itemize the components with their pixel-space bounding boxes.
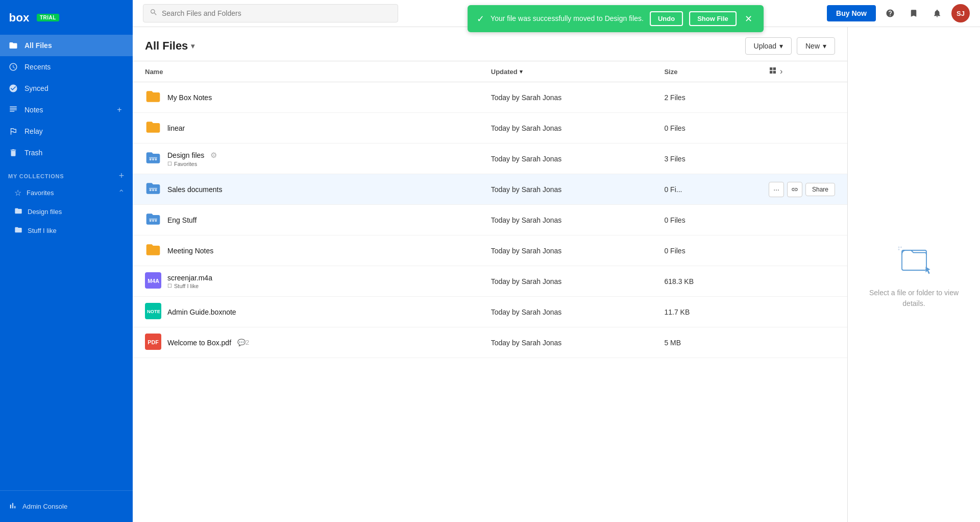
file-updated-cell: Today by Sarah Jonas	[479, 327, 652, 358]
chart-icon	[8, 501, 17, 512]
file-name-text: Admin Guide.boxnote	[167, 308, 236, 316]
table-row[interactable]: NOTE Admin Guide.boxnote Today by Sarah …	[133, 297, 847, 327]
search-input[interactable]	[162, 9, 391, 17]
comment-icon: 💬2	[237, 339, 249, 346]
search-box[interactable]	[143, 4, 398, 22]
file-name-cell: NOTE Admin Guide.boxnote	[133, 297, 479, 327]
page-title[interactable]: All Files ▾	[145, 39, 194, 53]
file-name-text: linear	[167, 124, 185, 132]
table-row[interactable]: linear Today by Sarah Jonas0 Files	[133, 113, 847, 144]
sidebar-item-trash[interactable]: Trash	[0, 142, 133, 163]
svg-marker-23	[925, 267, 930, 274]
sidebar-item-synced[interactable]: Synced	[0, 78, 133, 99]
show-file-button[interactable]: Show File	[689, 11, 737, 26]
sidebar-item-favorites[interactable]: ☆ Favorites ⌃	[0, 183, 133, 202]
file-actions-cell: ··· Share	[756, 174, 847, 205]
file-name-cell: Eng Stuff	[133, 205, 479, 235]
size-column-header[interactable]: Size	[652, 61, 756, 82]
sidebar-item-design-files[interactable]: Design files	[0, 202, 133, 221]
sidebar-item-stuff-i-like[interactable]: Stuff I like	[0, 221, 133, 240]
admin-console-item[interactable]: Admin Console	[8, 497, 125, 516]
notes-add-button[interactable]: +	[114, 105, 125, 115]
file-name-cell: Sales documents	[133, 174, 479, 205]
svg-point-3	[152, 158, 154, 160]
table-row[interactable]: M4A screenjar.m4a ☐Stuff I like Today by…	[133, 266, 847, 297]
file-size-cell: 0 Files	[652, 113, 756, 144]
file-updated-cell: Today by Sarah Jonas	[479, 144, 652, 174]
file-actions-cell	[756, 144, 847, 174]
svg-point-10	[150, 220, 152, 222]
trash-icon	[8, 148, 18, 158]
sidebar-item-recents[interactable]: Recents	[0, 56, 133, 78]
file-type-icon	[145, 242, 161, 259]
file-type-icon	[145, 211, 161, 229]
toast-notification: ✓ Your file was successfully moved to De…	[468, 5, 764, 32]
file-tag: ☐Stuff I like	[167, 283, 212, 289]
svg-point-4	[155, 158, 157, 160]
file-name-cell: Meeting Notes	[133, 235, 479, 266]
design-files-icon	[14, 207, 22, 217]
sidebar-item-notes[interactable]: Notes +	[0, 99, 133, 121]
new-button[interactable]: New ▾	[797, 37, 835, 55]
file-name-cell: linear	[133, 113, 479, 144]
bookmark-icon: ☐	[167, 161, 172, 167]
updated-column-header[interactable]: Updated ▾	[479, 61, 652, 82]
file-tag: ☐Favorites	[167, 161, 217, 167]
svg-point-2	[150, 158, 152, 160]
file-name-cell: PDF Welcome to Box.pdf 💬2	[133, 327, 479, 358]
svg-point-7	[152, 189, 154, 191]
file-actions-cell	[756, 235, 847, 266]
svg-point-21	[900, 246, 902, 248]
svg-point-19	[898, 249, 899, 250]
svg-rect-9	[149, 219, 157, 220]
toast-message: Your file was successfully moved to Desi…	[491, 14, 644, 24]
toast-close-button[interactable]: ✕	[743, 13, 754, 25]
grid-view-button[interactable]	[769, 66, 777, 77]
next-view-button[interactable]: ›	[780, 67, 782, 76]
table-row[interactable]: Meeting Notes Today by Sarah Jonas0 File…	[133, 235, 847, 266]
file-type-icon	[145, 88, 161, 106]
file-name-text: screenjar.m4a	[167, 274, 212, 282]
file-name-text: Sales documents	[167, 185, 222, 194]
favorites-chevron-icon: ⌃	[118, 188, 125, 198]
user-avatar[interactable]: SJ	[951, 4, 970, 22]
right-panel-message: Select a file or folder to view details.	[858, 288, 970, 309]
file-size-cell: 3 Files	[652, 144, 756, 174]
file-name-cell: M4A screenjar.m4a ☐Stuff I like	[133, 266, 479, 297]
bookmarks-button[interactable]	[904, 4, 923, 22]
table-row[interactable]: Eng Stuff Today by Sarah Jonas0 Files	[133, 205, 847, 235]
file-type-icon: PDF	[145, 334, 161, 351]
upload-button[interactable]: Upload ▾	[745, 37, 792, 55]
more-options-button[interactable]: ···	[769, 182, 784, 197]
file-table: Name Updated ▾ Size	[133, 61, 847, 358]
check-circle-icon	[8, 83, 18, 93]
sidebar-item-trash-label: Trash	[24, 149, 125, 157]
relay-icon	[8, 126, 18, 136]
table-row[interactable]: My Box Notes Today by Sarah Jonas2 Files	[133, 82, 847, 113]
sidebar-item-relay[interactable]: Relay	[0, 121, 133, 142]
help-button[interactable]	[881, 4, 899, 22]
table-row[interactable]: Sales documents Today by Sarah Jonas0 Fi…	[133, 174, 847, 205]
header-actions: Upload ▾ New ▾	[745, 37, 835, 55]
file-size-cell: 5 MB	[652, 327, 756, 358]
name-column-header[interactable]: Name	[133, 61, 479, 82]
file-size-cell: 11.7 KB	[652, 297, 756, 327]
sidebar-item-recents-label: Recents	[24, 63, 125, 71]
sidebar-item-all-files[interactable]: All Files	[0, 35, 133, 56]
buy-now-button[interactable]: Buy Now	[827, 5, 876, 21]
file-list-area: All Files ▾ Upload ▾ New ▾	[133, 27, 847, 522]
table-row[interactable]: Design files ⚙ ☐Favorites Today by Sarah…	[133, 144, 847, 174]
sidebar-navigation: All Files Recents Synced Notes +	[0, 33, 133, 490]
file-name-text: My Box Notes	[167, 93, 212, 102]
file-size-cell: 0 Files	[652, 205, 756, 235]
share-button[interactable]: Share	[805, 183, 835, 196]
table-row[interactable]: PDF Welcome to Box.pdf 💬2 Today by Sarah…	[133, 327, 847, 358]
undo-button[interactable]: Undo	[650, 11, 683, 26]
folder-illustration-icon	[891, 241, 937, 281]
file-updated-cell: Today by Sarah Jonas	[479, 266, 652, 297]
notifications-button[interactable]	[928, 4, 946, 22]
svg-point-6	[150, 189, 152, 191]
collections-add-button[interactable]: +	[119, 171, 125, 181]
collections-section-label: My Collections +	[0, 163, 133, 183]
link-button[interactable]	[787, 182, 802, 197]
